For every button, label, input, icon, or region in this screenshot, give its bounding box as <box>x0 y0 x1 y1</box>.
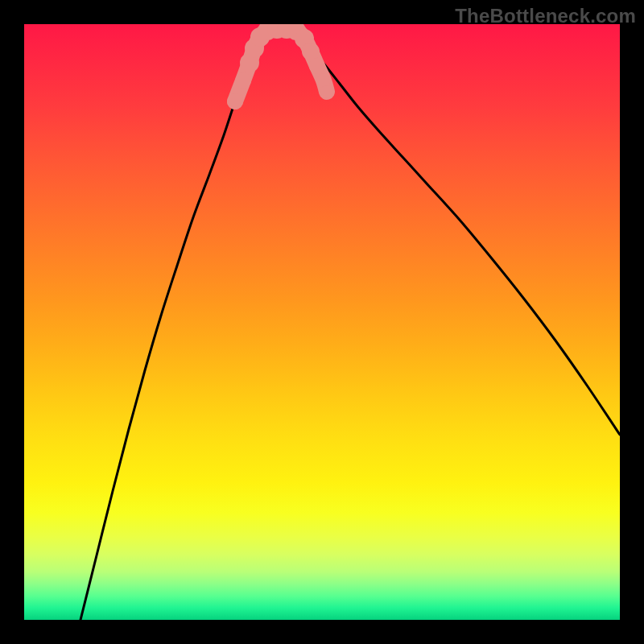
plot-area <box>24 24 620 620</box>
series-valley-band-dot <box>316 73 331 88</box>
series-right-curve <box>299 32 620 435</box>
series-valley-band-dot <box>227 93 243 109</box>
series-left-curve <box>80 32 264 620</box>
watermark-text: TheBottleneck.com <box>455 5 636 27</box>
chart-svg <box>24 24 620 620</box>
series-valley-band-dot <box>309 58 325 74</box>
series-valley-band-dot <box>235 72 251 89</box>
outer-frame: TheBottleneck.com <box>0 0 644 644</box>
series-valley-band-dot <box>302 43 320 60</box>
series-valley-band-dot <box>320 85 333 98</box>
